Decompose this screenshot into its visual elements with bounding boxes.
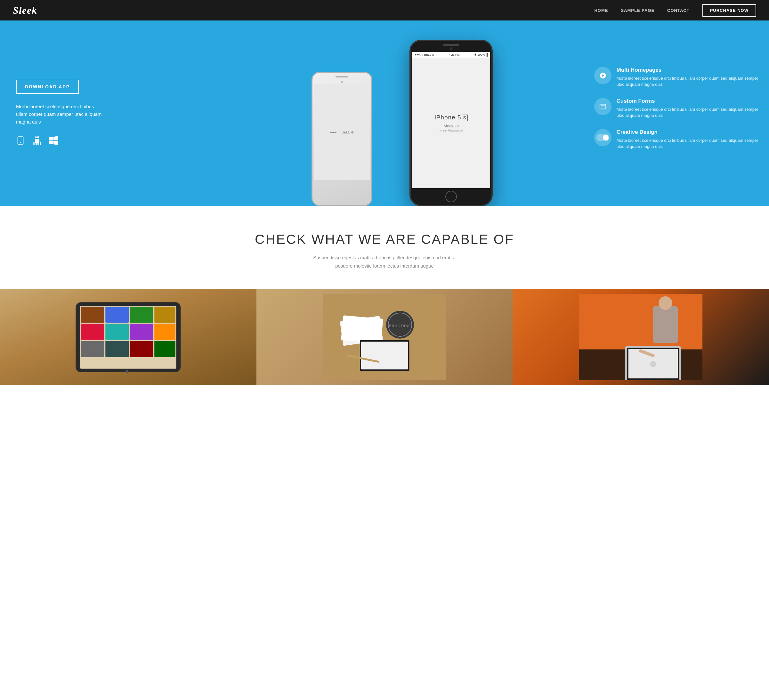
svg-rect-7 — [81, 306, 105, 322]
phone-mockup-label: MockUp — [443, 124, 459, 128]
svg-rect-14 — [154, 324, 175, 340]
svg-rect-12 — [105, 324, 129, 340]
download-app-button[interactable]: DOWNLOAD APP — [16, 80, 79, 94]
android-icon — [33, 136, 42, 147]
capabilities-section: CHECK WHAT WE ARE CAPABLE OF Suspendisse… — [0, 206, 769, 404]
phone-back: ●●●○○ BELL ⊕ — [312, 72, 372, 206]
phone-container: ●●●○○ BELL ⊕ ●●●○○ BELL ⊕ 4:21 PM ✱ 100%… — [292, 40, 585, 206]
phone-camera — [450, 47, 452, 50]
svg-rect-31 — [653, 306, 678, 344]
feature-text-3: Creative Design Morbi laoreet scelerisqu… — [616, 129, 759, 150]
hero-center-phones: ●●●○○ BELL ⊕ ●●●○○ BELL ⊕ 4:21 PM ✱ 100%… — [292, 21, 585, 206]
hero-section: DOWNLOAD APP Morbi laoreet scelerisque o… — [0, 21, 769, 206]
phone-model-name: iPhone 5S — [434, 114, 467, 121]
toggle-icon — [597, 134, 609, 141]
svg-rect-11 — [81, 324, 105, 340]
feature-title-3: Creative Design — [616, 129, 759, 135]
feature-item-1: Multi Homepages Morbi laoreet scelerisqu… — [594, 67, 759, 88]
platform-icons — [16, 136, 276, 147]
hero-right-features: Multi Homepages Morbi laoreet scelerisqu… — [585, 21, 769, 206]
phone-home-button[interactable] — [445, 191, 457, 202]
feature-item-3: Creative Design Morbi laoreet scelerisqu… — [594, 129, 759, 150]
office-svg — [525, 294, 756, 380]
mobile-icon — [16, 136, 25, 147]
svg-rect-16 — [105, 341, 129, 357]
feature-icon-custom-forms — [594, 98, 611, 115]
portfolio-item-office[interactable] — [513, 289, 769, 385]
svg-point-32 — [659, 296, 672, 310]
status-time: 4:21 PM — [449, 53, 460, 56]
svg-point-19 — [125, 370, 129, 373]
svg-rect-8 — [105, 306, 129, 322]
tablet-svg — [19, 296, 237, 378]
svg-rect-9 — [130, 306, 153, 322]
svg-rect-10 — [154, 306, 175, 322]
svg-point-1 — [20, 142, 21, 143]
portfolio-item-branding[interactable]: BRANDING — [256, 289, 513, 385]
portfolio-item-tablet[interactable] — [0, 289, 256, 385]
nav-home[interactable]: HOME — [594, 8, 608, 13]
logo: Sleek — [13, 5, 37, 16]
hero-description: Morbi laoreet scelerisque orci finibus u… — [16, 103, 106, 126]
navbar: Sleek HOME SAMPLE PAGE CONTACT PURCHASE … — [0, 0, 769, 21]
branding-svg: BRANDING — [269, 294, 500, 380]
feature-text-2: Custom Forms Morbi laoreet scelerisque o… — [616, 98, 759, 119]
phone-front: ●●●○○ BELL ⊕ 4:21 PM ✱ 100% ▐ iPhone 5S … — [409, 40, 493, 206]
status-battery: ✱ 100% ▐ — [474, 53, 487, 56]
feature-desc-1: Morbi laoreet scelerisque orci finibus u… — [616, 75, 759, 88]
feature-title-1: Multi Homepages — [616, 67, 759, 73]
nav-contact[interactable]: CONTACT — [667, 8, 690, 13]
svg-point-36 — [650, 361, 656, 367]
svg-rect-15 — [81, 341, 105, 357]
windows-icon — [49, 136, 58, 147]
feature-icon-multi-homepages — [594, 67, 611, 84]
svg-rect-17 — [130, 341, 153, 357]
feature-desc-2: Morbi laoreet scelerisque orci finibus u… — [616, 106, 759, 119]
phone-status-bar: ●●●○○ BELL ⊕ 4:21 PM ✱ 100% ▐ — [412, 52, 490, 58]
capabilities-heading: CHECK WHAT WE ARE CAPABLE OF — [13, 232, 756, 247]
hero-left: DOWNLOAD APP Morbi laoreet scelerisque o… — [0, 21, 292, 206]
feature-title-2: Custom Forms — [616, 98, 759, 104]
svg-rect-2 — [600, 104, 605, 109]
status-carrier: ●●●○○ BELL ⊕ — [415, 53, 434, 56]
nav-links: HOME SAMPLE PAGE CONTACT PURCHASE NOW — [594, 4, 756, 17]
feature-item-2: Custom Forms Morbi laoreet scelerisque o… — [594, 98, 759, 119]
capabilities-subtext: Suspendisse egestas mattis rhoncus pelle… — [288, 254, 481, 270]
portfolio-grid: BRANDING — [0, 289, 769, 385]
svg-text:BRANDING: BRANDING — [389, 323, 412, 328]
svg-rect-13 — [130, 324, 153, 340]
phone-screen-content: iPhone 5S MockUp Free Resource — [412, 58, 490, 188]
phone-speaker — [443, 44, 459, 46]
feature-icon-creative-design — [594, 129, 611, 146]
purchase-button[interactable]: PURCHASE NOW — [702, 4, 756, 17]
svg-rect-22 — [341, 315, 383, 344]
svg-rect-27 — [361, 342, 408, 369]
feature-desc-3: Morbi laoreet scelerisque orci finibus u… — [616, 137, 759, 150]
feature-text-1: Multi Homepages Morbi laoreet scelerisqu… — [616, 67, 759, 88]
phone-screen: ●●●○○ BELL ⊕ 4:21 PM ✱ 100% ▐ iPhone 5S … — [412, 52, 490, 188]
svg-rect-18 — [154, 341, 175, 357]
phone-mockup-sub: Free Resource — [439, 128, 463, 132]
nav-sample-page[interactable]: SAMPLE PAGE — [621, 8, 655, 13]
